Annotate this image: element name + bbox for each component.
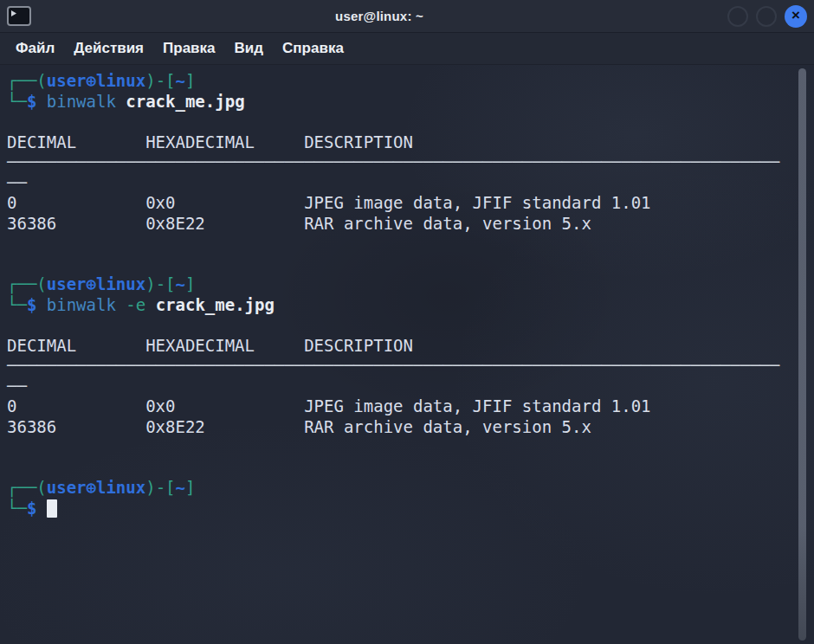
close-icon: × <box>791 8 800 23</box>
prompt-line: ┌──(user⊕linux)-[~] <box>7 274 793 295</box>
prompt-line: ┌──(user⊕linux)-[~] <box>7 71 793 92</box>
title-bar: user@linux: ~ × <box>0 0 814 33</box>
minimize-button[interactable] <box>727 6 748 27</box>
close-button[interactable]: × <box>785 5 807 28</box>
blank-line <box>7 315 793 336</box>
command-line: └─$binwalkcrack_me.jpg <box>7 92 793 113</box>
menu-bar: Файл Действия Правка Вид Справка <box>0 33 814 65</box>
at-symbol-icon: ⊕ <box>87 274 96 293</box>
terminal-icon <box>7 6 31 26</box>
window-title: user@linux: ~ <box>31 9 727 23</box>
blank-line <box>7 112 793 132</box>
output-row: 00x0JPEG image data, JFIF standard 1.01 <box>7 193 793 214</box>
maximize-button[interactable] <box>756 6 777 27</box>
output-row: 363860x8E22RAR archive data, version 5.x <box>7 214 793 235</box>
blank-line <box>7 437 793 458</box>
menu-item-help[interactable]: Справка <box>274 36 352 61</box>
prompt-line: ┌──(user⊕linux)-[~] <box>7 478 793 499</box>
terminal-cursor <box>47 499 57 518</box>
terminal-scrollbar[interactable] <box>798 68 806 641</box>
blank-line <box>7 254 793 275</box>
output-separator: ────────────────────────────────────────… <box>7 152 793 173</box>
menu-item-actions[interactable]: Действия <box>65 36 152 61</box>
command-line-active: └─$ <box>7 499 793 519</box>
at-symbol-icon: ⊕ <box>87 478 96 497</box>
menu-item-file[interactable]: Файл <box>7 36 63 61</box>
output-header-row: DECIMALHEXADECIMALDESCRIPTION <box>7 336 793 357</box>
output-separator-wrap: ── <box>7 377 793 397</box>
output-separator: ────────────────────────────────────────… <box>7 356 793 377</box>
menu-item-view[interactable]: Вид <box>226 36 273 61</box>
command-line: └─$binwalk-ecrack_me.jpg <box>7 295 793 316</box>
output-row: 00x0JPEG image data, JFIF standard 1.01 <box>7 396 793 417</box>
terminal-window: user@linux: ~ × Файл Действия Правка Вид… <box>0 0 814 644</box>
window-controls: × <box>727 5 807 28</box>
output-header-row: DECIMALHEXADECIMALDESCRIPTION <box>7 132 793 153</box>
at-symbol-icon: ⊕ <box>87 71 96 90</box>
output-separator-wrap: ── <box>7 173 793 194</box>
menu-item-edit[interactable]: Правка <box>154 36 223 61</box>
blank-line <box>7 458 793 479</box>
blank-line <box>7 234 793 254</box>
terminal-viewport[interactable]: ┌──(user⊕linux)-[~] └─$binwalkcrack_me.j… <box>0 65 814 644</box>
output-row: 363860x8E22RAR archive data, version 5.x <box>7 417 793 438</box>
